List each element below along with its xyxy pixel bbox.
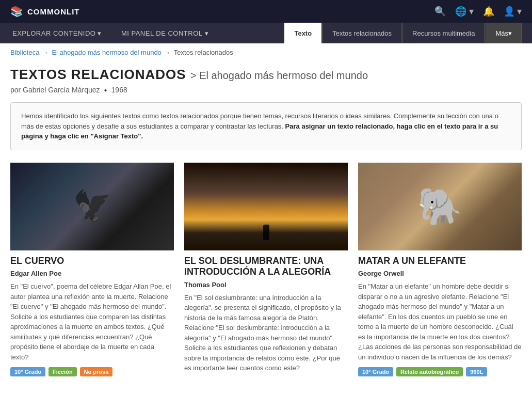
top-navigation: 📚 COMMONLIT 🔍 🌐 ▾ 🔔 👤 ▾ bbox=[0, 0, 532, 23]
card-desc-cuervo: En "El cuervo", poema del célebre Edgar … bbox=[10, 281, 174, 362]
raven-image bbox=[10, 163, 174, 250]
nav-item-explorar[interactable]: EXPLORAR CONTENIDO ▾ bbox=[10, 23, 104, 43]
dropdown-icon-mas: ▾ bbox=[508, 29, 512, 37]
card-title-elefante: MATAR A UN ELEFANTE bbox=[358, 256, 522, 267]
nav-item-panel[interactable]: MI PANEL DE CONTROL ▾ bbox=[119, 23, 211, 43]
card-cuervo[interactable]: EL CUERVO Edgar Allen Poe En "El cuervo"… bbox=[10, 163, 174, 377]
card-image-sol bbox=[184, 163, 348, 250]
breadcrumb-biblioteca[interactable]: Biblioteca bbox=[10, 49, 39, 56]
page-title-text: TEXTOS RELACIONADOS bbox=[10, 67, 186, 82]
card-title-sol: EL SOL DESLUMBRANTE: UNA INTRODUCCIÓN A … bbox=[184, 256, 348, 278]
breadcrumb: Biblioteca → El ahogado más hermoso del … bbox=[0, 43, 532, 61]
card-image-elefante bbox=[358, 163, 522, 250]
tab-bar: Texto Textos relacionados Recursos multi… bbox=[284, 23, 522, 43]
dot-separator: ● bbox=[104, 87, 107, 93]
breadcrumb-current: Textos relacionados bbox=[174, 49, 233, 56]
elephant-image bbox=[358, 163, 522, 250]
tab-multimedia[interactable]: Recursos multimedia bbox=[402, 23, 485, 43]
logo-icon: 📚 bbox=[10, 5, 23, 18]
tag-fiction-cuervo[interactable]: Ficción bbox=[49, 367, 77, 376]
card-tags-cuervo: 10° Grado Ficción No prosa bbox=[10, 367, 174, 376]
breadcrumb-sep-2: → bbox=[165, 49, 171, 56]
year-text: 1968 bbox=[111, 86, 127, 94]
bell-icon[interactable]: 🔔 bbox=[483, 6, 494, 17]
card-image-cuervo bbox=[10, 163, 174, 250]
card-title-cuervo: EL CUERVO bbox=[10, 256, 174, 267]
top-nav-actions: 🔍 🌐 ▾ 🔔 👤 ▾ bbox=[434, 6, 522, 17]
tag-grade-elefante[interactable]: 10° Grado bbox=[358, 367, 393, 376]
cave-image bbox=[184, 163, 348, 250]
card-sol[interactable]: EL SOL DESLUMBRANTE: UNA INTRODUCCIÓN A … bbox=[184, 163, 348, 379]
main-content: TEXTOS RELACIONADOS > El ahogado más her… bbox=[0, 61, 532, 394]
card-desc-sol: En "El sol deslumbrante: una introducció… bbox=[184, 293, 348, 373]
logo-text: COMMONLIT bbox=[27, 7, 80, 16]
user-icon[interactable]: 👤 ▾ bbox=[504, 6, 522, 17]
card-author-sol: Thomas Pool bbox=[184, 281, 348, 289]
info-box: Hemos identificado los siguientes textos… bbox=[10, 102, 522, 150]
card-author-cuervo: Edgar Allen Poe bbox=[10, 270, 174, 277]
tag-grade-cuervo[interactable]: 10° Grado bbox=[10, 367, 45, 376]
secondary-navigation: EXPLORAR CONTENIDO ▾ MI PANEL DE CONTROL… bbox=[0, 23, 532, 43]
breadcrumb-ahogado[interactable]: El ahogado más hermoso del mundo bbox=[52, 49, 161, 56]
page-subtitle: > El ahogado más hermoso del mundo bbox=[190, 70, 368, 81]
dropdown-icon-explorar: ▾ bbox=[98, 29, 102, 37]
search-icon[interactable]: 🔍 bbox=[434, 6, 446, 17]
tag-noprose-cuervo[interactable]: No prosa bbox=[80, 367, 113, 376]
tab-mas[interactable]: Más ▾ bbox=[486, 23, 522, 43]
card-elefante[interactable]: MATAR A UN ELEFANTE George Orwell En "Ma… bbox=[358, 163, 522, 377]
dropdown-icon-panel: ▾ bbox=[205, 29, 209, 37]
card-tags-elefante: 10° Grado Relato autobiográfico 960L bbox=[358, 367, 522, 376]
author-text: por Gabriel García Márquez bbox=[10, 86, 100, 94]
card-author-elefante: George Orwell bbox=[358, 270, 522, 277]
nav-label-panel: MI PANEL DE CONTROL bbox=[121, 29, 203, 37]
cards-grid: EL CUERVO Edgar Allen Poe En "El cuervo"… bbox=[10, 163, 522, 379]
nav-label-explorar: EXPLORAR CONTENIDO bbox=[12, 29, 95, 37]
globe-icon[interactable]: 🌐 ▾ bbox=[455, 6, 474, 17]
tag-lexile-elefante[interactable]: 960L bbox=[466, 367, 487, 376]
card-desc-elefante: En "Matar a un elefante" un hombre debe … bbox=[358, 281, 522, 362]
tab-texto[interactable]: Texto bbox=[284, 23, 321, 43]
tab-relacionados[interactable]: Textos relacionados bbox=[323, 23, 401, 43]
author-line: por Gabriel García Márquez ● 1968 bbox=[10, 86, 522, 94]
breadcrumb-sep-1: → bbox=[42, 49, 49, 56]
tag-autobio-elefante[interactable]: Relato autobiográfico bbox=[396, 367, 463, 376]
logo[interactable]: 📚 COMMONLIT bbox=[10, 5, 80, 18]
page-title: TEXTOS RELACIONADOS > El ahogado más her… bbox=[10, 67, 522, 83]
